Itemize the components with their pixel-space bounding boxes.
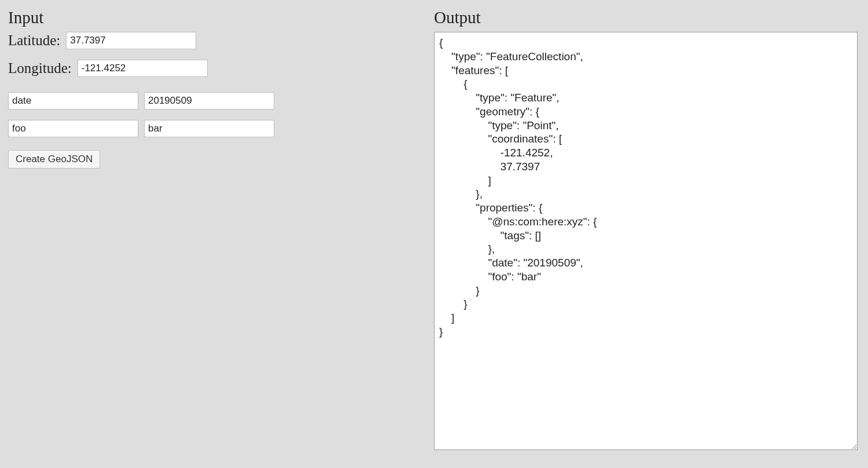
longitude-row: Longitude: bbox=[8, 60, 417, 77]
output-panel: Output bbox=[434, 8, 860, 460]
property-key-input[interactable] bbox=[8, 120, 138, 137]
latitude-row: Latitude: bbox=[8, 32, 417, 49]
output-textarea[interactable] bbox=[434, 32, 858, 450]
input-panel: Input Latitude: Longitude: Create GeoJSO… bbox=[8, 8, 434, 460]
create-geojson-button[interactable]: Create GeoJSON bbox=[8, 150, 100, 169]
longitude-input[interactable] bbox=[78, 60, 208, 77]
latitude-label: Latitude: bbox=[8, 32, 60, 49]
property-key-input[interactable] bbox=[8, 92, 138, 109]
longitude-label: Longitude: bbox=[8, 60, 72, 76]
output-heading: Output bbox=[434, 8, 860, 27]
latitude-input[interactable] bbox=[66, 32, 196, 49]
property-row bbox=[8, 120, 417, 137]
property-row bbox=[8, 92, 417, 109]
input-heading: Input bbox=[8, 8, 417, 27]
property-value-input[interactable] bbox=[144, 120, 274, 137]
property-value-input[interactable] bbox=[144, 92, 274, 109]
